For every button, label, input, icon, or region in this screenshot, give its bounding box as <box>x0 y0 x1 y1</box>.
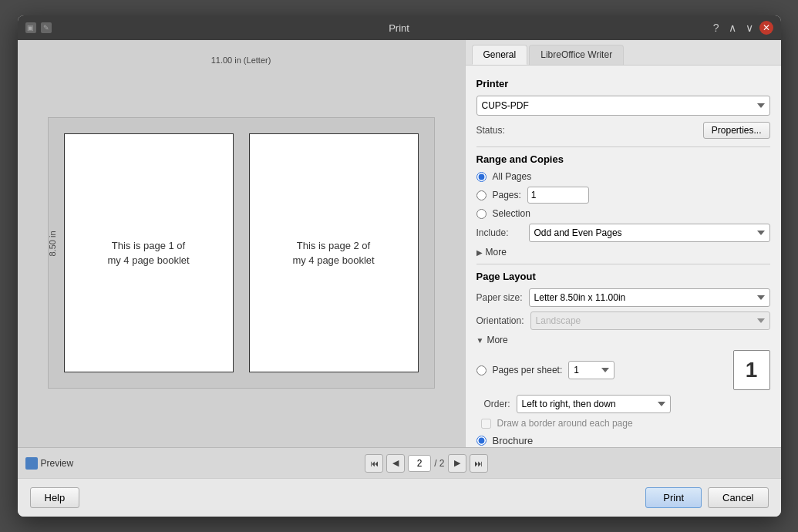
titlebar: ▣ ✎ Print ? ∧ ∨ ✕ <box>18 15 781 40</box>
brochure-radio[interactable] <box>476 436 487 446</box>
page-thumbnail: 1 <box>733 350 770 390</box>
range-more-toggle[interactable]: ▶ More <box>476 247 770 258</box>
nav-first-button[interactable]: ⏮ <box>365 454 383 473</box>
preview-label-container: Preview <box>25 457 74 470</box>
order-select[interactable]: Left to right, then down Right to left, … <box>517 395 671 413</box>
pages-radio[interactable] <box>476 190 487 200</box>
pages-per-sheet-label: Pages per sheet: <box>493 365 563 375</box>
range-more-chevron: ▶ <box>476 248 483 257</box>
bottom-bar: Help Print Cancel <box>18 478 781 517</box>
all-pages-row: All Pages <box>476 171 770 182</box>
draw-border-checkbox[interactable] <box>481 419 491 429</box>
page-total: / 2 <box>434 458 444 469</box>
preview-page-2: This is page 2 of my 4 page booklet <box>249 133 419 372</box>
pages-per-sheet-select-wrap: 1 2 4 6 9 16 <box>568 361 726 379</box>
pages-input[interactable] <box>527 187 589 204</box>
orientation-label: Orientation: <box>476 315 524 326</box>
nav-bar: Preview ⏮ ◀ / 2 ▶ ⏭ <box>18 447 781 478</box>
layout-more-toggle[interactable]: ▼ More <box>476 335 770 345</box>
order-row: Order: Left to right, then down Right to… <box>476 395 770 413</box>
page-number-input[interactable] <box>408 455 431 472</box>
page-width-label: 11.00 in (Letter) <box>211 56 271 65</box>
printer-section-title: Printer <box>476 78 770 89</box>
close-icon[interactable]: ✕ <box>759 21 773 35</box>
paper-size-row: Paper size: Letter 8.50in x 11.00in A4 A… <box>476 288 770 307</box>
main-content: 11.00 in (Letter) 8.50 in This is page 1… <box>18 40 781 447</box>
include-label: Include: <box>476 227 523 238</box>
brochure-row: Brochure <box>476 435 770 446</box>
all-pages-label: All Pages <box>493 171 532 182</box>
help-button[interactable]: Help <box>30 487 80 508</box>
layout-more-chevron: ▼ <box>476 336 484 345</box>
orientation-select[interactable]: Landscape Portrait <box>530 311 770 330</box>
app-icon-1: ▣ <box>25 22 36 33</box>
nav-last-button[interactable]: ⏭ <box>470 454 488 473</box>
range-copies-title: Range and Copies <box>476 153 770 165</box>
pages-per-sheet-select[interactable]: 1 2 4 6 9 16 <box>568 361 614 379</box>
draw-border-row: Draw a border around each page <box>476 418 770 429</box>
layout-more-label: More <box>487 335 507 345</box>
nav-controls: ⏮ ◀ / 2 ▶ ⏭ <box>365 454 487 473</box>
app-icon-2: ✎ <box>41 22 52 33</box>
pages-label: Pages: <box>493 190 521 200</box>
collapse-icon[interactable]: ∧ <box>726 22 739 33</box>
range-more-label: More <box>486 247 507 258</box>
print-dialog: ▣ ✎ Print ? ∧ ∨ ✕ 11.00 in (Letter) 8.50… <box>18 15 781 517</box>
bottom-area: Preview ⏮ ◀ / 2 ▶ ⏭ Help Print Cancel <box>18 447 781 517</box>
tabs-container: General LibreOffice Writer <box>466 40 781 66</box>
selection-radio[interactable] <box>476 209 487 219</box>
status-label: Status: <box>476 125 505 136</box>
all-pages-radio[interactable] <box>476 172 487 182</box>
paper-size-select[interactable]: Letter 8.50in x 11.00in A4 A3 <box>529 288 770 307</box>
print-button[interactable]: Print <box>645 487 702 508</box>
include-row: Include: Odd and Even Pages Odd Pages Ev… <box>476 224 770 242</box>
nav-prev-button[interactable]: ◀ <box>386 454 405 473</box>
selection-label: Selection <box>493 208 530 219</box>
preview-panel: 11.00 in (Letter) 8.50 in This is page 1… <box>18 40 465 447</box>
help-icon[interactable]: ? <box>710 22 722 33</box>
brochure-label: Brochure <box>493 435 534 446</box>
properties-button[interactable]: Properties... <box>703 122 770 139</box>
cancel-button[interactable]: Cancel <box>708 487 768 508</box>
page-layout-title: Page Layout <box>476 271 770 282</box>
selection-row: Selection <box>476 208 770 219</box>
expand-icon[interactable]: ∨ <box>742 22 756 33</box>
printer-status-row: Status: Properties... <box>476 122 770 139</box>
divider-2 <box>476 264 770 264</box>
preview-icon <box>25 457 38 470</box>
pages-per-sheet-radio[interactable] <box>476 365 487 375</box>
window-title: Print <box>389 22 409 34</box>
order-label: Order: <box>476 399 510 409</box>
tab-general[interactable]: General <box>472 45 528 65</box>
orientation-row: Orientation: Landscape Portrait <box>476 311 770 330</box>
divider-1 <box>476 146 770 147</box>
page-height-label: 8.50 in <box>47 231 56 256</box>
draw-border-label: Draw a border around each page <box>497 418 633 429</box>
pages-per-sheet-row: Pages per sheet: 1 2 4 6 9 16 1 <box>476 350 770 390</box>
preview-container: This is page 1 of my 4 page booklet This… <box>48 117 435 389</box>
printer-select[interactable]: CUPS-PDF <box>476 96 770 116</box>
preview-page-1: This is page 1 of my 4 page booklet <box>64 133 234 372</box>
preview-label: Preview <box>41 458 74 469</box>
paper-size-label: Paper size: <box>476 292 523 303</box>
settings-panel: General LibreOffice Writer Printer CUPS-… <box>465 40 781 447</box>
printer-selector-row: CUPS-PDF <box>476 96 770 116</box>
settings-content: Printer CUPS-PDF Status: Properties... R… <box>466 66 781 447</box>
nav-next-button[interactable]: ▶ <box>448 454 466 473</box>
titlebar-app-icons: ▣ ✎ <box>25 22 52 33</box>
pages-row: Pages: <box>476 187 770 204</box>
include-select[interactable]: Odd and Even Pages Odd Pages Even Pages <box>529 224 770 242</box>
tab-libreoffice-writer[interactable]: LibreOffice Writer <box>529 45 624 65</box>
window-controls: ? ∧ ∨ ✕ <box>710 21 773 35</box>
